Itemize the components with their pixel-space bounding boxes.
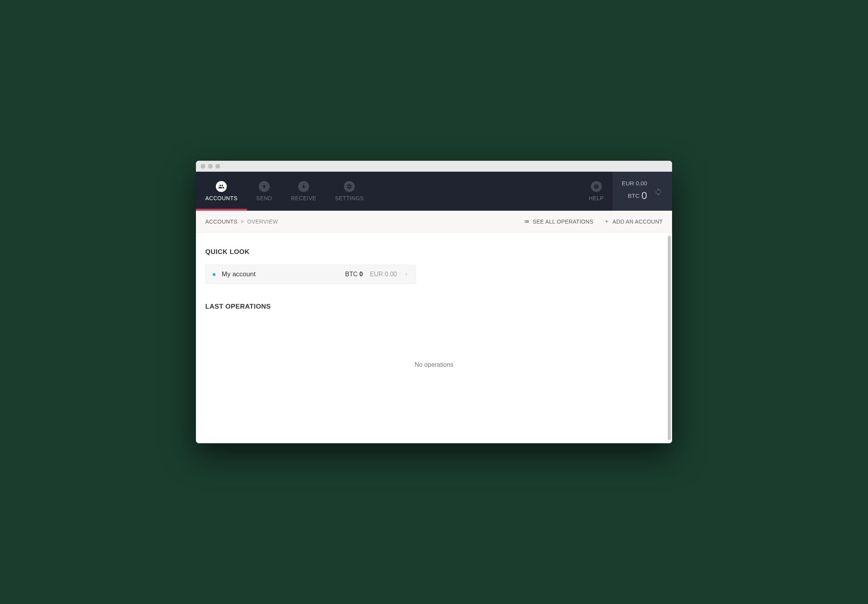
nav-accounts-label: ACCOUNTS [205,195,238,201]
nav-send-label: SEND [256,195,272,201]
window-minimize-dot[interactable] [208,164,213,169]
nav-help-label: HELP [589,195,604,201]
nav-help[interactable]: HELP [580,172,612,211]
nav-settings[interactable]: SETTINGS [326,172,373,211]
subheader-actions: SEE ALL OPERATIONS ADD AN ACCOUNT [524,219,663,225]
account-eur-value: 0.00 [385,271,397,277]
breadcrumb-current: OVERVIEW [247,219,278,225]
account-card[interactable]: My account BTC 0 EUR 0.00 [205,265,416,284]
balance-btc: BTC 0 [622,188,647,203]
account-name: My account [222,270,345,278]
content-wrap: QUICK LOOK My account BTC 0 EUR 0.00 LAS… [196,233,672,443]
quick-look-title: QUICK LOOK [205,248,663,256]
accounts-icon [216,181,227,192]
scrollbar-thumb[interactable] [668,236,671,440]
add-account-label: ADD AN ACCOUNT [612,219,663,225]
nav-send[interactable]: SEND [247,172,282,211]
chevron-right-icon [404,272,409,277]
content: QUICK LOOK My account BTC 0 EUR 0.00 LAS… [196,233,672,443]
nav-receive[interactable]: RECEIVE [281,172,326,211]
balance-text: EUR 0.00 BTC 0 [622,179,647,204]
last-operations-title: LAST OPERATIONS [205,303,663,311]
account-btc: BTC 0 [345,271,363,278]
balance-eur: EUR 0.00 [622,179,647,188]
settings-icon [344,181,355,192]
help-icon [591,181,602,192]
account-btc-value: 0 [359,271,363,277]
plus-icon [604,219,609,224]
add-account-button[interactable]: ADD AN ACCOUNT [604,219,663,225]
no-operations-message: No operations [205,361,663,368]
balance-btc-label: BTC [628,191,640,200]
nav-settings-label: SETTINGS [335,195,364,201]
breadcrumb: ACCOUNTS > OVERVIEW [205,219,278,225]
account-eur: EUR 0.00 [370,271,397,278]
refresh-icon[interactable] [654,187,663,195]
breadcrumb-separator: > [241,219,244,225]
account-eur-label: EUR [370,271,383,277]
balance-eur-value: 0.00 [636,180,647,187]
scrollbar[interactable] [668,236,671,440]
window-close-dot[interactable] [201,164,205,169]
send-icon [259,181,270,192]
main-nav: ACCOUNTS SEND RECEIVE SETTINGS [196,172,580,211]
receive-icon [298,181,309,192]
account-btc-label: BTC [345,271,358,277]
breadcrumb-root[interactable]: ACCOUNTS [205,219,238,225]
app-window: ACCOUNTS SEND RECEIVE SETTINGS [196,161,672,443]
nav-receive-label: RECEIVE [291,195,316,201]
subheader: ACCOUNTS > OVERVIEW SEE ALL OPERATIONS A… [196,211,672,233]
list-icon [524,219,530,224]
window-maximize-dot[interactable] [215,164,220,169]
balance-eur-label: EUR [622,180,634,187]
header: ACCOUNTS SEND RECEIVE SETTINGS [196,172,672,211]
balance-panel: EUR 0.00 BTC 0 [612,172,672,211]
nav-accounts[interactable]: ACCOUNTS [196,172,247,211]
window-titlebar [196,161,672,172]
account-status-dot [213,273,215,276]
see-all-label: SEE ALL OPERATIONS [533,219,594,225]
balance-btc-value: 0 [642,188,647,203]
see-all-operations-button[interactable]: SEE ALL OPERATIONS [524,219,594,225]
